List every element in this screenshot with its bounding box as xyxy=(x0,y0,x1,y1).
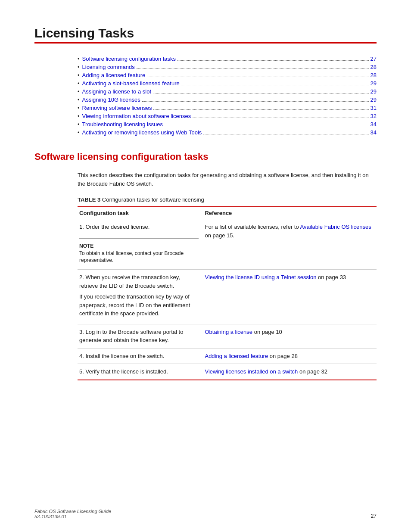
task-text: 5. Verify that the license is installed. xyxy=(78,364,203,380)
toc-item: •Activating or removing licenses using W… xyxy=(78,129,377,136)
table-row: 3. Log in to the Brocade software portal… xyxy=(78,324,377,348)
page: Licensing Tasks •Software licensing conf… xyxy=(0,0,411,532)
toc-link[interactable]: Assigning 10G licenses xyxy=(82,96,140,103)
table-caption-text: Configuration tasks for software licensi… xyxy=(100,196,204,203)
col-task-header: Configuration task xyxy=(78,207,203,219)
toc-bullet: • xyxy=(78,121,80,128)
note-label: NOTE xyxy=(79,242,199,250)
toc-dots xyxy=(177,60,368,61)
toc-page: 31 xyxy=(371,105,377,111)
reference-link[interactable]: Obtaining a license xyxy=(205,329,252,335)
toc-link[interactable]: Activating a slot-based licensed feature xyxy=(82,80,180,87)
toc-bullet: • xyxy=(78,113,80,119)
toc-item: •Licensing commands28 xyxy=(78,64,377,70)
toc-list: •Software licensing configuration tasks2… xyxy=(34,56,377,136)
reference-cell: Viewing licenses installed on a switch o… xyxy=(203,364,377,380)
toc-page: 29 xyxy=(371,80,377,87)
table-caption: TABLE 3 Configuration tasks for software… xyxy=(78,196,377,203)
toc-link[interactable]: Troubleshooting licensing issues xyxy=(82,121,163,128)
table-row: 5. Verify that the license is installed.… xyxy=(78,364,377,380)
toc-dots xyxy=(142,101,369,102)
section-intro: This section describes the configuration… xyxy=(78,171,377,188)
toc-link[interactable]: Software licensing configuration tasks xyxy=(82,56,176,62)
toc-item: •Adding a licensed feature28 xyxy=(78,72,377,78)
reference-suffix: on page 28 xyxy=(268,353,298,359)
toc-bullet: • xyxy=(78,72,80,78)
table-row: 1. Order the desired license.NOTETo obta… xyxy=(78,219,377,270)
chapter-rule xyxy=(34,42,377,44)
toc-bullet: • xyxy=(78,129,80,136)
toc-bullet: • xyxy=(78,88,80,95)
footer: Fabric OS Software Licensing Guide 53-10… xyxy=(34,509,377,519)
toc-link[interactable]: Removing software licenses xyxy=(82,105,152,111)
toc-page: 29 xyxy=(371,96,377,103)
reference-cell: For a list of available licenses, refer … xyxy=(203,219,377,270)
toc-link[interactable]: Activating or removing licenses using We… xyxy=(82,129,202,136)
task-cell: 1. Order the desired license.NOTETo obta… xyxy=(78,219,203,270)
footer-page-number: 27 xyxy=(371,513,377,519)
toc-bullet: • xyxy=(78,105,80,111)
config-table: Configuration task Reference 1. Order th… xyxy=(78,206,377,380)
task-text: 2. When you receive the transaction key,… xyxy=(79,273,199,290)
toc-item: •Viewing information about software lice… xyxy=(78,113,377,119)
toc-dots xyxy=(165,126,369,126)
reference-suffix: on page 15. xyxy=(205,232,234,239)
table-caption-bold: TABLE 3 xyxy=(78,196,100,203)
reference-link[interactable]: Viewing licenses installed on a switch xyxy=(205,368,298,375)
toc-item: •Activating a slot-based licensed featur… xyxy=(78,80,377,87)
toc-bullet: • xyxy=(78,56,80,62)
toc-dots xyxy=(181,85,369,85)
toc-page: 29 xyxy=(371,88,377,95)
footer-left: Fabric OS Software Licensing Guide 53-10… xyxy=(34,509,111,519)
toc-link[interactable]: Licensing commands xyxy=(82,64,135,70)
note-block: NOTETo obtain a trial license, contact y… xyxy=(79,238,199,264)
reference-link[interactable]: Adding a licensed feature xyxy=(205,353,268,359)
reference-cell: Obtaining a license on page 10 xyxy=(203,324,377,348)
reference-cell: Viewing the license ID using a Telnet se… xyxy=(203,270,377,324)
table-row: 4. Install the license on the switch.Add… xyxy=(78,348,377,364)
toc-dots xyxy=(153,93,369,93)
toc-item: •Software licensing configuration tasks2… xyxy=(78,56,377,62)
toc-page: 28 xyxy=(371,64,377,70)
toc-dots xyxy=(137,68,369,69)
toc-item: •Assigning 10G licenses29 xyxy=(78,96,377,103)
toc-page: 28 xyxy=(371,72,377,78)
toc-item: •Assigning a license to a slot29 xyxy=(78,88,377,95)
table-row: 2. When you receive the transaction key,… xyxy=(78,270,377,324)
reference-link[interactable]: Available Fabric OS licenses xyxy=(300,224,371,230)
toc-item: •Removing software licenses31 xyxy=(78,105,377,111)
toc-dots xyxy=(153,109,368,110)
chapter-title: Licensing Tasks xyxy=(34,26,377,40)
toc-link[interactable]: Viewing information about software licen… xyxy=(82,113,191,119)
reference-prefix: For a list of available licenses, refer … xyxy=(205,224,300,230)
reference-suffix: on page 33 xyxy=(316,274,346,280)
toc-dots xyxy=(203,134,368,134)
task-text: 1. Order the desired license. xyxy=(79,223,199,231)
reference-cell: Adding a licensed feature on page 28 xyxy=(203,348,377,364)
footer-doc-number: 53-1003139-01 xyxy=(34,514,111,519)
toc-page: 34 xyxy=(371,129,377,136)
task-text: 4. Install the license on the switch. xyxy=(78,348,203,364)
toc-bullet: • xyxy=(78,80,80,87)
toc-item: •Troubleshooting licensing issues34 xyxy=(78,121,377,128)
footer-guide-title: Fabric OS Software Licensing Guide xyxy=(34,509,111,514)
toc-page: 27 xyxy=(371,56,377,62)
toc-dots xyxy=(193,118,368,118)
toc-bullet: • xyxy=(78,64,80,70)
reference-link[interactable]: Viewing the license ID using a Telnet se… xyxy=(205,274,316,280)
task-text: If you received the transaction key by w… xyxy=(79,292,199,318)
toc-page: 34 xyxy=(371,121,377,128)
col-ref-header: Reference xyxy=(203,207,377,219)
reference-suffix: on page 10 xyxy=(252,329,282,335)
task-text: 3. Log in to the Brocade software portal… xyxy=(78,324,203,348)
toc-dots xyxy=(147,77,368,77)
reference-suffix: on page 32 xyxy=(298,368,327,375)
toc-link[interactable]: Adding a licensed feature xyxy=(82,72,146,78)
task-cell: 2. When you receive the transaction key,… xyxy=(78,270,203,324)
toc-bullet: • xyxy=(78,96,80,103)
toc-link[interactable]: Assigning a license to a slot xyxy=(82,88,151,95)
note-text: To obtain a trial license, contact your … xyxy=(79,250,199,264)
toc-page: 32 xyxy=(371,113,377,119)
section-title: Software licensing configuration tasks xyxy=(34,151,377,162)
